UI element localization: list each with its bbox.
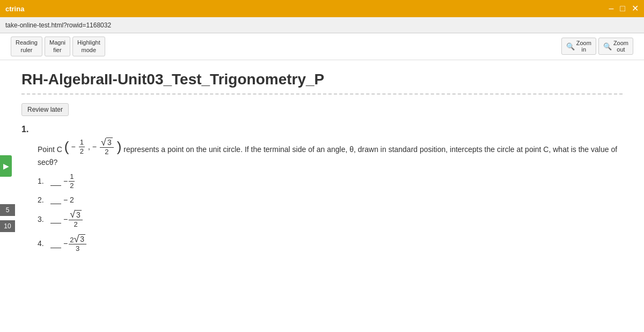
url-text: take-online-test.html?rowid=1168032	[5, 21, 111, 29]
answer-blank-2	[50, 195, 61, 204]
comma: ,	[88, 141, 90, 153]
ans4-numer: 2 √3	[69, 234, 86, 245]
answer-row-2: 2. − 2	[38, 195, 623, 204]
title-bar: ctrina – □ ✕	[0, 0, 644, 17]
browser-content: Readingruler Magnifier Highlightmode 🔍 Z…	[0, 33, 644, 332]
minus-a3: −	[63, 215, 68, 223]
zoom-in-icon: 🔍	[566, 42, 575, 50]
zoom-out-button[interactable]: 🔍 Zoomout	[598, 38, 633, 55]
minus-a1: −	[63, 177, 68, 185]
answer-num-2: 2.	[38, 196, 50, 204]
minus-sign-2: −	[92, 141, 97, 153]
magnifier-button[interactable]: Magnifier	[45, 37, 70, 56]
sqrt-symbol: √	[101, 138, 106, 147]
maximize-button[interactable]: □	[620, 4, 625, 13]
answer-row-3: 3. − √3 2	[38, 210, 623, 228]
numerator-1: 1	[79, 138, 85, 147]
answer-blank-1	[50, 177, 61, 186]
answer-num-1: 1.	[38, 177, 50, 185]
answer-num-3: 3.	[38, 215, 50, 223]
toolbar-left: Readingruler Magnifier Highlightmode	[11, 37, 105, 56]
toolbar: Readingruler Magnifier Highlightmode 🔍 Z…	[0, 33, 644, 60]
sqrt3-numer: √3	[100, 138, 114, 148]
page-content: RH-AlgebraII-Unit03_Test_Trigonometry_P …	[0, 60, 644, 332]
toolbar-right: 🔍 Zoomin 🔍 Zoomout	[561, 38, 633, 55]
answer-num-4: 4.	[38, 239, 50, 248]
zoom-out-icon: 🔍	[603, 42, 612, 50]
zoom-in-label: Zoomin	[576, 40, 591, 53]
question-text-after: represents a point on the unit circle. I…	[38, 145, 617, 167]
answer-fraction-1: 1 2	[69, 172, 75, 190]
page-title: RH-AlgebraII-Unit03_Test_Trigonometry_P	[21, 71, 623, 95]
question-text-before: Point C	[38, 145, 64, 153]
minus-a4: −	[63, 239, 68, 248]
answer-blank-4	[50, 239, 61, 248]
fraction-half: 1 2	[79, 138, 85, 155]
sqrt-content: 3	[106, 138, 113, 147]
address-bar: take-online-test.html?rowid=1168032	[0, 17, 644, 33]
reading-ruler-button[interactable]: Readingruler	[11, 37, 42, 56]
answer-value-2: − 2	[63, 196, 74, 204]
answer-row-1: 1. − 1 2	[38, 172, 623, 190]
sqrt-symbol-3: √	[70, 210, 75, 219]
zoom-out-label: Zoomout	[613, 40, 628, 53]
question-number: 1.	[21, 125, 623, 134]
question-block: 1. Point C ( − 1 2 , −	[21, 125, 623, 253]
fraction-sqrt3-over-2: √3 2	[100, 138, 114, 156]
close-paren: )	[117, 140, 122, 154]
ans4-denom: 3	[75, 244, 80, 253]
ans1-denom: 2	[69, 182, 75, 190]
review-later-button[interactable]: Review later	[21, 103, 69, 116]
denominator-2: 2	[79, 147, 85, 156]
app-title: ctrina	[5, 5, 24, 13]
minus-sign-1: −	[71, 141, 75, 153]
answer-row-4: 4. − 2 √3 3	[38, 234, 623, 253]
answer-fraction-3: √3 2	[69, 210, 83, 228]
window-controls: – □ ✕	[609, 4, 639, 13]
denominator-2b: 2	[104, 148, 109, 156]
answers-block: 1. − 1 2 2. − 2 3.	[38, 172, 623, 253]
sqrt-content-4: 3	[79, 234, 85, 244]
answer-blank-3	[50, 214, 61, 223]
open-paren: (	[64, 140, 69, 154]
highlight-mode-button[interactable]: Highlightmode	[72, 37, 105, 56]
side-nav-arrow[interactable]: ▶	[0, 155, 12, 177]
ans3-denom: 2	[72, 220, 78, 229]
point-coords-math: ( − 1 2 , − √3 2	[64, 138, 122, 156]
sqrt-content-3: 3	[75, 210, 82, 220]
question-text: Point C ( − 1 2 , − √3	[38, 138, 623, 169]
ans3-numer: √3	[69, 210, 83, 220]
ans1-numer: 1	[69, 172, 75, 182]
sqrt-symbol-4: √	[74, 234, 79, 244]
close-button[interactable]: ✕	[632, 4, 639, 13]
answer-fraction-4: 2 √3 3	[69, 234, 86, 253]
minimize-button[interactable]: –	[609, 4, 613, 13]
zoom-in-button[interactable]: 🔍 Zoomin	[561, 38, 596, 55]
